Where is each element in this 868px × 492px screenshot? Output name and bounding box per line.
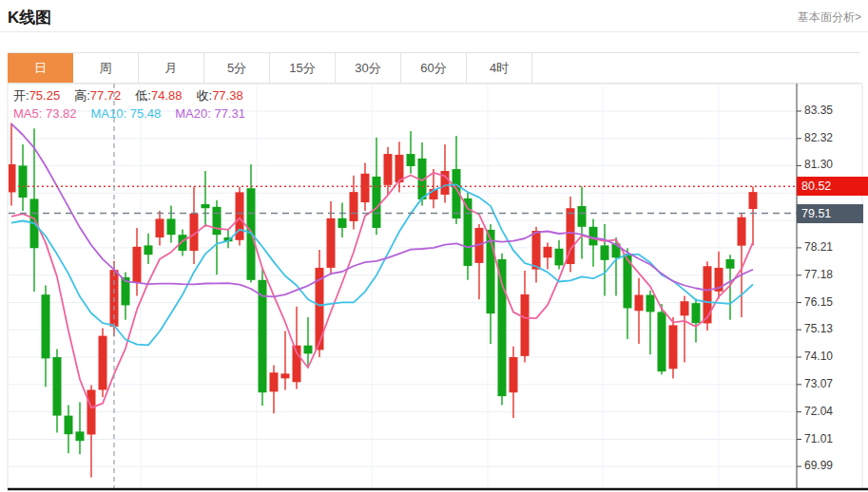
ma20-line <box>11 123 753 296</box>
candle-21[interactable] <box>247 164 256 283</box>
candle-22[interactable] <box>259 270 267 407</box>
candle-47[interactable] <box>544 243 552 270</box>
y-axis-label: 77.18 <box>804 268 858 282</box>
candle-38[interactable] <box>441 144 450 203</box>
ma-item: MA20: 77.31 <box>175 106 245 121</box>
ohlc-item: 低:74.88 <box>135 88 182 103</box>
y-axis-label: 81.30 <box>804 158 858 172</box>
candle-39[interactable] <box>453 136 461 224</box>
candle-24[interactable] <box>281 331 290 390</box>
ma10-line <box>11 184 753 345</box>
candle-33[interactable] <box>384 147 393 195</box>
candle-23[interactable] <box>270 365 279 413</box>
y-axis-label: 73.07 <box>804 377 858 391</box>
y-axis-label: 71.01 <box>804 432 858 446</box>
candle-16[interactable] <box>190 187 199 264</box>
candle-13[interactable] <box>156 211 164 245</box>
candle-35[interactable] <box>407 131 415 174</box>
candle-8[interactable] <box>99 328 107 397</box>
candle-59[interactable] <box>681 296 689 363</box>
candle-46[interactable] <box>532 227 541 283</box>
candle-6[interactable] <box>76 403 85 455</box>
ma-legend: MA5: 73.82MA10: 75.48MA20: 77.31 <box>13 106 260 121</box>
candle-49[interactable] <box>567 197 575 273</box>
ohlc-legend: 开:75.25高:77.72低:74.88收:77.38 <box>13 87 258 104</box>
y-axis-label: 82.32 <box>804 131 858 145</box>
candle-20[interactable] <box>236 187 244 246</box>
candle-1[interactable] <box>19 144 28 211</box>
ma-item: MA10: 75.48 <box>91 106 162 121</box>
y-axis-label: 72.04 <box>804 405 858 419</box>
ma-item: MA5: 73.82 <box>13 106 77 121</box>
candle-41[interactable] <box>475 224 484 299</box>
candle-65[interactable] <box>749 186 758 245</box>
candle-64[interactable] <box>738 214 746 317</box>
candle-44[interactable] <box>510 347 518 418</box>
candle-55[interactable] <box>635 278 644 344</box>
candle-40[interactable] <box>464 192 473 279</box>
y-axis-label: 83.35 <box>804 104 858 118</box>
candle-25[interactable] <box>293 307 301 389</box>
candle-14[interactable] <box>167 205 176 242</box>
candle-43[interactable] <box>498 254 507 406</box>
candle-28[interactable] <box>327 201 336 274</box>
candle-4[interactable] <box>53 350 62 433</box>
candle-15[interactable] <box>179 230 187 256</box>
candles-layer <box>8 123 758 478</box>
kline-chart[interactable]: 开:75.25高:77.72低:74.88收:77.38 MA5: 73.82M… <box>0 0 868 492</box>
kline-plot[interactable] <box>0 0 868 492</box>
candle-17[interactable] <box>202 171 210 227</box>
candle-54[interactable] <box>624 248 632 339</box>
y-axis-label: 76.15 <box>804 295 858 310</box>
candle-30[interactable] <box>350 176 358 230</box>
y-axis-label: 75.13 <box>804 322 858 336</box>
candle-29[interactable] <box>338 203 347 237</box>
ohlc-item: 高:77.72 <box>74 88 121 103</box>
candle-62[interactable] <box>715 252 723 299</box>
ohlc-item: 收:77.38 <box>197 88 243 103</box>
y-axis-label: 69.99 <box>804 459 858 473</box>
crosshair-price-badge: 79.51 <box>797 204 863 223</box>
candle-58[interactable] <box>669 317 678 378</box>
y-axis-label: 74.10 <box>804 350 858 364</box>
candle-51[interactable] <box>589 218 598 266</box>
candle-48[interactable] <box>555 240 564 270</box>
last-price-badge: 80.52 <box>797 177 868 196</box>
candle-52[interactable] <box>601 224 609 296</box>
candle-57[interactable] <box>658 304 666 374</box>
candle-3[interactable] <box>42 285 50 387</box>
candle-56[interactable] <box>646 291 655 354</box>
candle-11[interactable] <box>133 228 142 296</box>
ohlc-item: 开:75.25 <box>13 88 60 103</box>
y-axis-label: 78.21 <box>804 240 858 255</box>
candle-60[interactable] <box>692 298 701 342</box>
candle-12[interactable] <box>145 234 153 264</box>
candle-18[interactable] <box>213 200 222 274</box>
